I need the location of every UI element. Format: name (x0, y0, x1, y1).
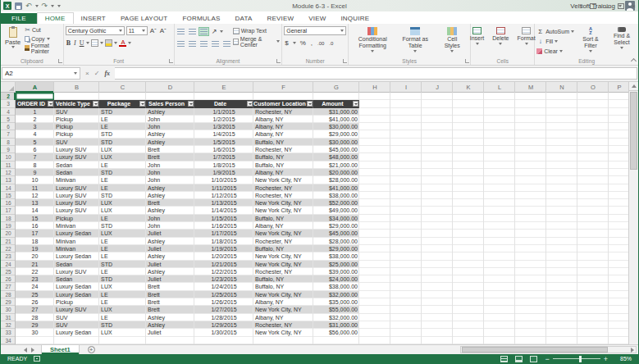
cell-N14[interactable] (546, 184, 577, 192)
cell-F32[interactable]: Rochester, NY (253, 321, 313, 329)
redo-icon[interactable]: ↷ (42, 2, 48, 10)
cell-B6[interactable]: Pickup (54, 123, 99, 130)
row-header-7[interactable]: 7 (1, 130, 16, 138)
cell-H14[interactable] (359, 184, 390, 192)
row-header-28[interactable]: 28 (1, 291, 16, 298)
cell-A4[interactable]: 1 (16, 108, 54, 116)
cell-N15[interactable] (546, 192, 577, 199)
align-center-icon[interactable] (188, 40, 197, 48)
cell-G17[interactable]: $49,000.00 (313, 207, 359, 214)
cell-C25[interactable]: LE (99, 268, 146, 275)
cell-L2[interactable] (484, 93, 515, 100)
cell-P25[interactable] (609, 268, 630, 275)
cell-F28[interactable]: New York City, NY (253, 291, 313, 298)
cell-N9[interactable] (546, 146, 577, 153)
restore-icon[interactable] (618, 3, 624, 9)
cell-O6[interactable] (577, 123, 609, 130)
cell-E12[interactable]: 1/9/2015 (194, 169, 253, 176)
cell-K34[interactable] (453, 337, 484, 344)
cell-N18[interactable] (546, 215, 577, 222)
cell-P17[interactable] (609, 207, 630, 214)
styles-dialog-launcher-icon[interactable] (465, 59, 469, 63)
add-sheet-icon[interactable]: + (88, 346, 95, 353)
cell-B9[interactable]: Luxury SUV (54, 146, 99, 153)
horizontal-scrollbar-thumb[interactable] (462, 347, 608, 353)
cell-E14[interactable]: 1/11/2015 (194, 184, 253, 192)
cell-H13[interactable] (359, 176, 390, 184)
cell-H21[interactable] (359, 238, 390, 245)
cell-B28[interactable]: Luxury Sedan (54, 291, 99, 298)
cell-F16[interactable]: New York City, NY (253, 199, 313, 207)
cell-L6[interactable] (484, 123, 515, 130)
cell-O19[interactable] (577, 222, 609, 230)
row-header-6[interactable]: 6 (1, 123, 16, 130)
cell-M28[interactable] (515, 291, 546, 298)
cell-F8[interactable]: Buffalo, NY (253, 139, 313, 146)
cell-H33[interactable] (359, 329, 390, 336)
cell-F13[interactable]: New York City, NY (253, 176, 313, 184)
cell-C5[interactable]: LE (99, 116, 146, 123)
row-header-16[interactable]: 16 (1, 199, 16, 207)
cell-P32[interactable] (609, 321, 630, 329)
cell-F17[interactable]: New York City, NY (253, 207, 313, 214)
cell-O26[interactable] (577, 275, 609, 283)
cell-F23[interactable]: New York City, NY (253, 253, 313, 260)
row-header-32[interactable]: 32 (1, 321, 16, 329)
cell-K11[interactable] (453, 162, 484, 169)
cell-M24[interactable] (515, 261, 546, 268)
cell-E24[interactable]: 1/21/2015 (194, 261, 253, 268)
cell-A32[interactable]: 29 (16, 321, 54, 329)
cell-H12[interactable] (359, 169, 390, 176)
cell-G19[interactable]: $29,000.00 (313, 222, 359, 230)
cell-K3[interactable] (453, 100, 484, 107)
cell-J32[interactable] (422, 321, 453, 329)
cell-K22[interactable] (453, 245, 484, 253)
col-header-D[interactable]: D (146, 82, 194, 93)
cell-L34[interactable] (484, 337, 515, 344)
cell-E7[interactable]: 1/4/2015 (194, 130, 253, 138)
row-header-10[interactable]: 10 (1, 153, 16, 161)
col-header-A[interactable]: A (16, 82, 54, 93)
tab-formulas[interactable]: FORMULAS (175, 13, 227, 24)
cell-M33[interactable] (515, 329, 546, 336)
row-header-29[interactable]: 29 (1, 298, 16, 306)
cell-L32[interactable] (484, 321, 515, 329)
cell-K29[interactable] (453, 298, 484, 306)
cell-L27[interactable] (484, 283, 515, 290)
cell-O4[interactable] (577, 108, 609, 116)
cell-B22[interactable]: Minivan (54, 245, 99, 253)
cell-P3[interactable] (609, 100, 630, 107)
alignment-dialog-launcher-icon[interactable] (276, 59, 281, 63)
cell-I26[interactable] (390, 275, 422, 283)
cell-I30[interactable] (390, 306, 422, 313)
select-all-corner[interactable] (1, 82, 16, 93)
col-header-O[interactable]: O (577, 82, 609, 93)
cell-P18[interactable] (609, 215, 630, 222)
cell-G6[interactable]: $30,000.00 (313, 123, 359, 130)
cell-L24[interactable] (484, 261, 515, 268)
cell-O11[interactable] (577, 162, 609, 169)
cell-H22[interactable] (359, 245, 390, 253)
cell-C6[interactable]: LE (99, 123, 146, 130)
cell-A17[interactable]: 14 (16, 207, 54, 214)
cell-O30[interactable] (577, 306, 609, 313)
col-header-H[interactable]: H (359, 82, 390, 93)
cell-C28[interactable]: LE (99, 291, 146, 298)
table-header-cell-G3[interactable]: Amount (313, 100, 359, 107)
row-header-17[interactable]: 17 (1, 207, 16, 214)
cell-K14[interactable] (453, 184, 484, 192)
table-header-cell-C3[interactable]: Package (99, 100, 146, 107)
cell-B14[interactable]: Luxury SUV (54, 184, 99, 192)
row-header-33[interactable]: 33 (1, 329, 16, 336)
fill-color-dropdown-icon[interactable] (114, 42, 117, 44)
cell-D27[interactable]: Brett (146, 283, 194, 290)
cell-E23[interactable]: 1/20/2015 (194, 253, 253, 260)
cell-M26[interactable] (515, 275, 546, 283)
cell-M29[interactable] (515, 298, 546, 306)
cell-O13[interactable] (577, 176, 609, 184)
cell-F20[interactable]: New York City, NY (253, 230, 313, 237)
cell-J8[interactable] (422, 139, 453, 146)
accounting-format-icon[interactable]: $ (284, 39, 289, 47)
cell-A9[interactable]: 6 (16, 146, 54, 153)
cell-J22[interactable] (422, 245, 453, 253)
